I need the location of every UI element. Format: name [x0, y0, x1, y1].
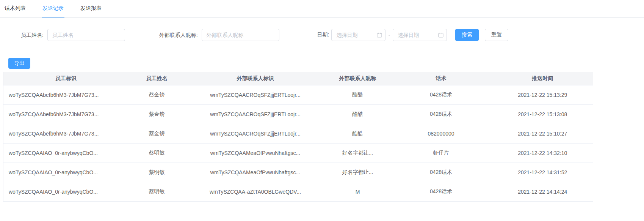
table-cell: 2021-12-22 14:31:52: [492, 163, 593, 182]
table-cell: wmTySZCQAAMeaOfPvwuNhaftgsc...: [185, 144, 326, 163]
records-table: 员工标识员工姓名外部联系人标识外部联系人昵称话术推送时间 woTySZCQAAb…: [3, 72, 593, 202]
contact-nickname-input[interactable]: [202, 29, 279, 41]
table-cell: 蔡明敏: [128, 163, 185, 182]
table-cell: woTySZCQAAbefb6hM3-7JbM7G73...: [3, 124, 128, 144]
export-row: 导出: [8, 58, 644, 69]
table-header-row: 员工标识员工姓名外部联系人标识外部联系人昵称话术推送时间: [3, 72, 593, 85]
contact-nickname-group: 外部联系人昵称:: [159, 29, 279, 41]
table-row: woTySZCQAAIAO_0r-anybwyqCbO...蔡明敏wmTySZC…: [3, 182, 593, 202]
contact-nickname-label: 外部联系人昵称:: [159, 32, 198, 38]
table-cell: woTySZCQAAbefb6hM3-7JbM7G73...: [3, 105, 128, 124]
table-cell: woTySZCQAAIAO_0r-anybwyqCbO...: [3, 163, 128, 182]
table-cell: 酷酷: [326, 105, 390, 124]
header-cell: 员工标识: [3, 72, 128, 85]
table-row: woTySZCQAAbefb6hM3-7JbM7G73...蔡金镑wmTySZC…: [3, 124, 593, 144]
table-cell: wmTySZCQAACROqSFZjjjERTLoojr...: [185, 85, 326, 105]
table-cell: 好名字都让...: [326, 144, 390, 163]
table-cell: 0428话术: [390, 105, 492, 124]
tab-send-records[interactable]: 发送记录: [42, 0, 64, 17]
table-cell: 2021-12-22 14:14:24: [492, 182, 593, 202]
date-start-input[interactable]: [331, 29, 385, 41]
tab-send-reports[interactable]: 发送报表: [80, 0, 102, 17]
records-table-wrap: 员工标识员工姓名外部联系人标识外部联系人昵称话术推送时间 woTySZCQAAb…: [3, 72, 593, 202]
search-button[interactable]: 搜索: [455, 29, 479, 41]
export-button[interactable]: 导出: [8, 58, 30, 69]
header-cell: 话术: [390, 72, 492, 85]
date-end-input[interactable]: [393, 29, 447, 41]
table-cell: wmTySZCQAACROqSFZjjjERTLoojr...: [185, 105, 326, 124]
table-cell: 2021-12-22 15:10:27: [492, 124, 593, 144]
table-row: woTySZCQAAbefb6hM3-7JbM7G73...蔡金镑wmTySZC…: [3, 85, 593, 105]
table-row: woTySZCQAAIAO_0r-anybwyqCbO...蔡明敏wmTySZC…: [3, 163, 593, 182]
table-row: woTySZCQAAIAO_0r-anybwyqCbO...蔡明敏wmTySZC…: [3, 144, 593, 163]
table-cell: 虾仔片: [390, 144, 492, 163]
table-cell: 酷酷: [326, 85, 390, 105]
header-cell: 员工姓名: [128, 72, 185, 85]
date-separator: -: [388, 32, 390, 38]
date-label: 日期:: [317, 32, 329, 38]
table-cell: 082000000: [390, 124, 492, 144]
employee-name-group: 员工姓名:: [21, 29, 125, 41]
table-cell: 0428话术: [390, 182, 492, 202]
table-cell: woTySZCQAAbefb6hM3-7JbM7G73...: [3, 85, 128, 105]
table-cell: M: [326, 182, 390, 202]
tabs-bar: 话术列表 发送记录 发送报表: [0, 0, 644, 18]
header-cell: 外部联系人标识: [185, 72, 326, 85]
table-cell: 蔡明敏: [128, 144, 185, 163]
table-cell: woTySZCQAAIAO_0r-anybwyqCbO...: [3, 144, 128, 163]
table-row: woTySZCQAAbefb6hM3-7JbM7G73...蔡金镑wmTySZC…: [3, 105, 593, 124]
table-cell: wmTySZCQAA-aZtTA0OBLGweQDV...: [185, 182, 326, 202]
tab-script-list[interactable]: 话术列表: [4, 0, 27, 17]
table-cell: 2021-12-22 15:13:08: [492, 105, 593, 124]
table-cell: 蔡金镑: [128, 85, 185, 105]
table-cell: wmTySZCQAACROqSFZjjjERTLoojr...: [185, 124, 326, 144]
table-cell: woTySZCQAAIAO_0r-anybwyqCbO...: [3, 182, 128, 202]
table-cell: 蔡金镑: [128, 105, 185, 124]
employee-name-label: 员工姓名:: [21, 32, 44, 38]
date-end-box: [393, 29, 447, 41]
reset-button[interactable]: 重置: [485, 29, 508, 41]
table-cell: 2021-12-22 14:32:10: [492, 144, 593, 163]
table-cell: 蔡金镑: [128, 124, 185, 144]
date-range-group: 日期: - 搜索 重置: [317, 29, 509, 41]
header-cell: 推送时间: [492, 72, 593, 85]
table-cell: 0428话术: [390, 85, 492, 105]
employee-name-input[interactable]: [47, 29, 125, 41]
date-start-box: [331, 29, 385, 41]
table-cell: 酷酷: [326, 124, 390, 144]
header-cell: 外部联系人昵称: [326, 72, 390, 85]
table-cell: wmTySZCQAAMeaOfPvwuNhaftgsc...: [185, 163, 326, 182]
table-cell: 好名字都让...: [326, 163, 390, 182]
table-cell: 2021-12-22 15:13:29: [492, 85, 593, 105]
table-cell: 0428话术: [390, 163, 492, 182]
filter-row: 员工姓名: 外部联系人昵称: 日期: - 搜索 重置: [0, 29, 644, 41]
table-cell: 蔡明敏: [128, 182, 185, 202]
